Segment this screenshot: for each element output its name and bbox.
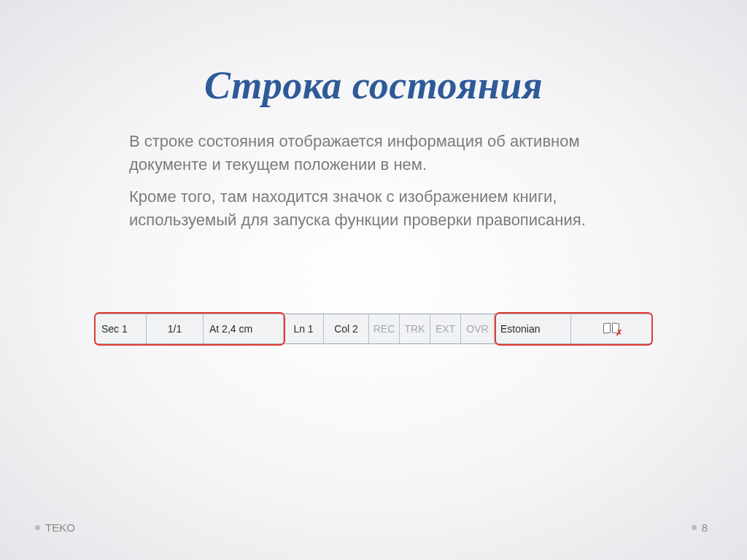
statusbar-line: Ln 1 (284, 314, 324, 343)
bullet-dot-icon (35, 525, 40, 530)
statusbar-language: Estonian (495, 314, 571, 343)
statusbar-rec: REC (369, 314, 400, 343)
book-check-icon: ✗ (603, 323, 619, 335)
slide-title: Строка состояния (0, 63, 747, 108)
statusbar-trk: TRK (400, 314, 430, 343)
footer-brand-block: TEKO (35, 521, 75, 534)
paragraph-1: В строке состояния отображается информац… (129, 130, 618, 176)
bullet-dot-icon (692, 525, 697, 530)
statusbar-ovr: OVR (461, 314, 495, 343)
footer-page-block: 8 (692, 521, 708, 534)
statusbar-column: Col 2 (324, 314, 369, 343)
footer-page-number: 8 (702, 521, 708, 534)
statusbar-page: 1/1 (147, 314, 204, 343)
footer-brand: TEKO (45, 521, 75, 534)
statusbar-position: At 2,4 cm (204, 314, 284, 343)
statusbar-screenshot: Sec 1 1/1 At 2,4 cm Ln 1 Col 2 REC TRK E… (95, 314, 652, 344)
statusbar-section: Sec 1 (96, 314, 147, 343)
statusbar-spellcheck: ✗ (571, 314, 651, 343)
statusbar-ext: EXT (430, 314, 461, 343)
paragraph-2: Кроме того, там находится значок с изобр… (129, 185, 618, 232)
slide-body: В строке состояния отображается информац… (129, 130, 618, 241)
